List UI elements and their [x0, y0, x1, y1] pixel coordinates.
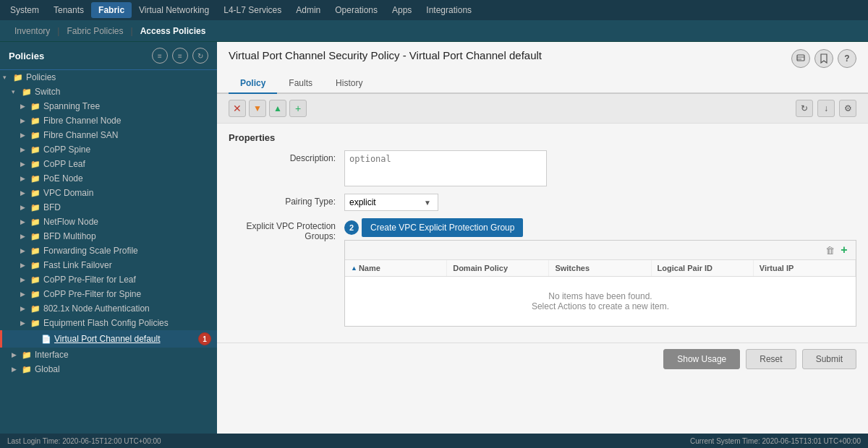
tree-label-bfd: BFD: [43, 202, 211, 212]
folder-icon-fast-link: 📁: [30, 261, 41, 270]
tree-item-fast-link[interactable]: ▶ 📁 Fast Link Failover: [0, 258, 217, 272]
col-name: ▲ Name: [345, 260, 447, 276]
tree-item-spanning-tree[interactable]: ▶ 📁 Spanning Tree: [0, 99, 217, 113]
tree-item-interface[interactable]: ▶ 📁 Interface: [0, 348, 217, 362]
tree-item-poe-node[interactable]: ▶ 📁 PoE Node: [0, 171, 217, 186]
bookmark-icon[interactable]: [814, 49, 833, 68]
nav-item-admin[interactable]: Admin: [289, 2, 328, 18]
tree-item-copp-prefilter-leaf[interactable]: ▶ 📁 CoPP Pre-Filter for Leaf: [0, 272, 217, 287]
tree-item-copp-prefilter-spine[interactable]: ▶ 📁 CoPP Pre-Filter for Spine: [0, 287, 217, 301]
nav-item-fabric[interactable]: Fabric: [91, 2, 132, 18]
tree-item-global[interactable]: ▶ 📁 Global: [0, 362, 217, 376]
nav-item-l4l7[interactable]: L4-L7 Services: [216, 2, 289, 18]
tree-item-equipment-flash[interactable]: ▶ 📁 Equipment Flash Config Policies: [0, 316, 217, 330]
tree-item-switch[interactable]: ▾ 📁 Switch: [0, 85, 217, 99]
toolbar-add-btn[interactable]: +: [289, 100, 307, 117]
notification-icon[interactable]: [791, 49, 810, 68]
folder-icon-spanning-tree: 📁: [30, 102, 41, 111]
folder-icon-copp-prefilter-leaf: 📁: [30, 275, 41, 285]
table-delete-icon[interactable]: 🗑: [822, 243, 837, 257]
tabs-bar: Policy Faults History: [217, 74, 868, 94]
tree-label-copp-prefilter-spine: CoPP Pre-Filter for Spine: [43, 289, 211, 299]
folder-icon-fc-san: 📁: [30, 131, 41, 140]
sidebar: Policies ≡ ≡ ↻ ▾ 📁 Policies ▾ 📁 Switch: [0, 42, 217, 434]
vpc-table: 🗑 + ▲ Name Domain Policy Switches L: [344, 240, 856, 327]
folder-icon-bfd: 📁: [30, 203, 41, 212]
folder-icon-switch: 📁: [22, 87, 32, 97]
tree-item-fc-node[interactable]: ▶ 📁 Fibre Channel Node: [0, 113, 217, 128]
folder-icon-forwarding-scale: 📁: [30, 246, 41, 256]
sidebar-icon-refresh[interactable]: ↻: [192, 48, 208, 64]
tree-label-equipment-flash: Equipment Flash Config Policies: [43, 318, 211, 328]
nav-item-operations[interactable]: Operations: [328, 2, 385, 18]
tree-label-bfd-multihop: BFD Multihop: [43, 231, 211, 241]
tree-label-802x-auth: 802.1x Node Authentication: [43, 303, 211, 314]
sidebar-icon-filter[interactable]: ≡: [172, 48, 188, 64]
help-icon[interactable]: ?: [838, 49, 856, 68]
create-vpc-btn[interactable]: Create VPC Explicit Protection Group: [362, 218, 523, 237]
table-empty: No items have been found. Select Actions…: [345, 277, 856, 326]
folder-icon-fc-node: 📁: [30, 116, 41, 126]
col-domain-policy: Domain Policy: [447, 260, 549, 276]
tree-item-copp-leaf[interactable]: ▶ 📁 CoPP Leaf: [0, 157, 217, 171]
second-nav-access-policies[interactable]: Access Policies: [135, 23, 212, 39]
sidebar-tree: ▾ 📁 Policies ▾ 📁 Switch ▶ 📁 Spanning Tre…: [0, 70, 217, 376]
content-area: Virtual Port Channel Security Policy - V…: [217, 42, 868, 434]
tree-item-802x-auth[interactable]: ▶ 📁 802.1x Node Authentication: [0, 301, 217, 316]
nav-item-apps[interactable]: Apps: [385, 2, 419, 18]
tree-label-poe-node: PoE Node: [43, 173, 211, 184]
toolbar-right: ↻ ↓ ⚙: [796, 100, 856, 117]
tree-item-netflow-node[interactable]: ▶ 📁 NetFlow Node: [0, 215, 217, 229]
nav-item-integrations[interactable]: Integrations: [419, 2, 479, 18]
second-nav-inventory[interactable]: Inventory: [9, 23, 56, 39]
second-nav: Inventory | Fabric Policies | Access Pol…: [0, 20, 868, 42]
nav-item-system[interactable]: System: [3, 2, 46, 18]
folder-icon-802x-auth: 📁: [30, 304, 41, 314]
submit-button[interactable]: Submit: [802, 349, 856, 369]
table-columns: ▲ Name Domain Policy Switches Logical Pa…: [345, 260, 856, 277]
current-system-time: Current System Time: 2020-06-15T13:01 UT…: [690, 437, 861, 445]
tree-item-bfd[interactable]: ▶ 📁 BFD: [0, 200, 217, 215]
tree-item-forwarding-scale[interactable]: ▶ 📁 Forwarding Scale Profile: [0, 244, 217, 258]
explicit-vpc-row: Explicit VPC Protection Groups: 2 Create…: [229, 218, 856, 327]
toolbar-up-btn[interactable]: ▲: [269, 100, 286, 117]
tree-item-bfd-multihop[interactable]: ▶ 📁 BFD Multihop: [0, 229, 217, 244]
tab-policy[interactable]: Policy: [229, 74, 277, 94]
last-login-time: Last Login Time: 2020-06-15T12:00 UTC+00…: [7, 437, 161, 445]
tree-item-copp-spine[interactable]: ▶ 📁 CoPP Spine: [0, 142, 217, 157]
tree-item-vpc-domain[interactable]: ▶ 📁 VPC Domain: [0, 186, 217, 200]
second-nav-fabric-policies[interactable]: Fabric Policies: [61, 23, 129, 39]
tree-item-vpc-default[interactable]: 📄 Virtual Port Channel default 1: [0, 330, 217, 348]
tree-item-policies[interactable]: ▾ 📁 Policies: [0, 70, 217, 85]
tree-label-spanning-tree: Spanning Tree: [43, 101, 211, 111]
tab-faults[interactable]: Faults: [277, 74, 324, 94]
tab-history[interactable]: History: [324, 74, 374, 94]
tree-item-fc-san[interactable]: ▶ 📁 Fibre Channel SAN: [0, 128, 217, 142]
col-virtual-ip: Virtual IP: [754, 260, 856, 276]
nav-item-virtual-networking[interactable]: Virtual Networking: [132, 2, 216, 18]
tree-label-fast-link: Fast Link Failover: [43, 260, 211, 270]
vpc-default-badge: 1: [198, 332, 211, 345]
folder-icon-copp-prefilter-spine: 📁: [30, 290, 41, 299]
pairing-type-select[interactable]: explicit remote-leaf-direct strict-expli…: [344, 194, 438, 211]
toolbar-download-icon[interactable]: ↓: [817, 100, 835, 117]
table-add-icon[interactable]: +: [837, 243, 851, 257]
description-label: Description:: [229, 150, 344, 163]
toolbar-settings-icon[interactable]: ⚙: [839, 100, 856, 117]
sidebar-icon-list[interactable]: ≡: [152, 48, 168, 64]
content-header-icons: ?: [791, 49, 856, 68]
col-switches: Switches: [549, 260, 651, 276]
toolbar-delete-btn[interactable]: ✕: [229, 100, 246, 117]
tree-label-copp-prefilter-leaf: CoPP Pre-Filter for Leaf: [43, 275, 211, 285]
toolbar-refresh-icon[interactable]: ↻: [796, 100, 813, 117]
main-layout: Policies ≡ ≡ ↻ ▾ 📁 Policies ▾ 📁 Switch: [0, 42, 868, 434]
nav-item-tenants[interactable]: Tenants: [46, 2, 91, 18]
folder-icon-global: 📁: [22, 365, 32, 374]
tree-label-global: Global: [35, 364, 211, 374]
properties-section: Properties Description: Pairing Type: ex…: [217, 124, 868, 343]
properties-title: Properties: [229, 132, 856, 143]
reset-button[interactable]: Reset: [746, 349, 796, 369]
description-input[interactable]: [344, 150, 547, 186]
show-usage-button[interactable]: Show Usage: [663, 349, 740, 369]
toolbar-down-btn[interactable]: ▼: [249, 100, 266, 117]
